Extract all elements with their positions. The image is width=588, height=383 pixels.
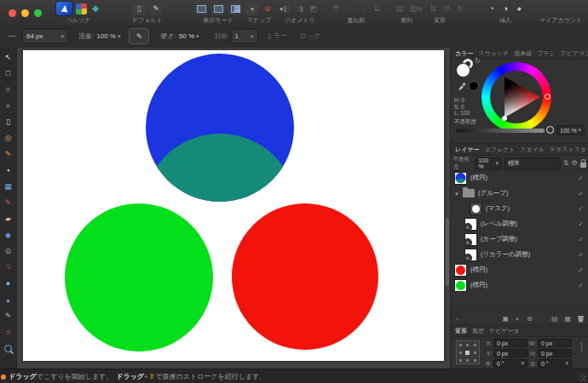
brush-size-dropdown[interactable]: 64 px xyxy=(22,29,68,43)
snapping-options-icon[interactable]: ▾ xyxy=(245,3,259,15)
layer-row-mask[interactable]: (マスク) xyxy=(451,201,588,216)
snapping-grid-icon[interactable]: ▦ xyxy=(232,3,242,14)
tab-history[interactable]: 履歴 xyxy=(472,327,484,335)
visibility-checkbox[interactable] xyxy=(578,251,584,259)
brush-settings-button[interactable]: ✎ xyxy=(129,28,149,44)
move-to-back-icon[interactable]: ⇊ xyxy=(372,3,382,14)
tab-layers[interactable]: レイヤー xyxy=(455,146,480,154)
green-ellipse[interactable] xyxy=(65,203,213,352)
lightness-selector[interactable] xyxy=(502,116,507,121)
geometry-add-icon[interactable]: ◧ xyxy=(281,3,291,14)
red-ellipse[interactable] xyxy=(232,203,378,350)
paint-brush-tool[interactable]: ✎ xyxy=(2,148,15,161)
rotate-cw-icon[interactable]: ↻ xyxy=(455,3,465,14)
layer-row[interactable]: (楕円) xyxy=(451,170,588,186)
layer-row-adjustment[interactable]: ◐ (リカラーの調整) xyxy=(451,247,588,262)
zoom-window-button[interactable] xyxy=(34,9,42,17)
flip-vertical-icon[interactable]: ⇅ xyxy=(428,3,438,14)
mirror-toggle[interactable]: ミラー xyxy=(267,31,287,41)
move-to-front-icon[interactable]: ⇈ xyxy=(331,3,341,14)
opacity-slider-knob[interactable] xyxy=(546,126,554,134)
layer-row-adjustment[interactable]: ◐ (レベル調整) xyxy=(451,216,588,232)
opacity-value-dropdown[interactable]: 100 % xyxy=(556,125,585,135)
gear-icon[interactable]: ⚙ xyxy=(571,159,577,167)
visibility-checkbox[interactable] xyxy=(578,266,584,274)
mesh-warp-tool[interactable]: ▦ xyxy=(2,180,15,193)
lock-icon[interactable] xyxy=(580,163,586,168)
rotation-field[interactable]: 0 ° xyxy=(493,359,527,368)
canvas-area[interactable] xyxy=(17,48,450,369)
delete-layer-button[interactable] xyxy=(578,316,584,323)
insert-inside-icon[interactable]: ◕ xyxy=(514,3,524,14)
hardness-caret-icon[interactable] xyxy=(196,32,199,40)
tab-color[interactable]: カラー xyxy=(455,49,473,58)
blur-tool[interactable]: ● xyxy=(2,277,15,290)
edit-all-layers-icon[interactable]: ▫ xyxy=(456,316,458,322)
geometry-intersect-icon[interactable]: ◩ xyxy=(308,3,319,14)
pixel-tool[interactable]: ▪ xyxy=(2,164,15,177)
visibility-checkbox[interactable] xyxy=(578,174,584,182)
view-tool[interactable]: ☝ xyxy=(2,326,15,339)
snapping-magnet-icon[interactable]: ∪ xyxy=(262,3,273,14)
symmetry-dropdown[interactable]: 1 xyxy=(231,29,258,43)
document-page[interactable] xyxy=(23,50,444,361)
reset-defaults-icon[interactable]: ▯ xyxy=(132,3,146,15)
liquify-persona-icon[interactable] xyxy=(76,3,87,14)
lock-toggle[interactable]: ロック xyxy=(300,31,321,41)
edit-defaults-icon[interactable]: ✎ xyxy=(149,3,163,15)
visibility-checkbox[interactable] xyxy=(578,190,584,197)
clone-brush-tool[interactable]: ⊙ xyxy=(2,245,15,258)
vertical-scrollbar[interactable] xyxy=(446,218,449,286)
close-button[interactable] xyxy=(9,9,16,17)
rectangular-marquee-tool[interactable]: □ xyxy=(2,67,15,80)
new-pixel-layer-button[interactable]: ▦ xyxy=(564,315,571,323)
row-marquee-tool[interactable]: = xyxy=(2,100,15,112)
move-forward-icon[interactable]: ↑ xyxy=(344,3,355,14)
mask-layer-button[interactable]: ▣ xyxy=(502,315,509,323)
photo-persona-icon[interactable] xyxy=(56,2,72,15)
tab-transform[interactable]: 変形 xyxy=(455,327,467,335)
flood-fill-tool[interactable]: ◆ xyxy=(2,229,15,242)
shear-field[interactable]: 0 ° xyxy=(538,359,572,368)
visibility-checkbox[interactable] xyxy=(578,282,584,289)
new-layer-button[interactable]: ▤ xyxy=(551,315,558,323)
tab-effects[interactable]: エフェクト xyxy=(485,146,516,154)
erase-brush-tool[interactable]: ▰ xyxy=(2,213,15,226)
column-marquee-tool[interactable]: ▯ xyxy=(2,116,15,129)
h-field[interactable]: 0 px xyxy=(538,349,572,357)
insert-behind-icon[interactable]: ◔ xyxy=(487,3,497,14)
move-backward-icon[interactable]: ↓ xyxy=(358,3,368,14)
elliptical-marquee-tool[interactable]: ○ xyxy=(2,83,15,96)
tab-stroke[interactable]: 境界線 xyxy=(514,49,532,58)
tab-appearance[interactable]: アピアランス xyxy=(561,49,588,58)
eyedropper-icon[interactable] xyxy=(458,82,466,91)
geometry-subtract-icon[interactable]: ◨ xyxy=(295,3,305,14)
vector-view-icon[interactable] xyxy=(194,3,208,15)
opacity-slider[interactable] xyxy=(456,129,545,133)
fill-swatch[interactable] xyxy=(456,63,470,77)
zoom-tool[interactable] xyxy=(2,342,15,355)
flow-value[interactable]: 100 % xyxy=(96,32,116,40)
anchor-point-selector[interactable] xyxy=(456,340,480,364)
sharpen-tool[interactable]: ▲ xyxy=(2,294,15,306)
swap-colors-icon[interactable]: ↻ xyxy=(475,57,481,65)
flow-caret-icon[interactable] xyxy=(118,32,121,40)
move-tool[interactable]: ↖ xyxy=(2,51,15,64)
visibility-checkbox[interactable] xyxy=(578,205,584,213)
hsl-triangle[interactable] xyxy=(490,71,543,123)
pixel-view-icon[interactable] xyxy=(211,3,225,15)
aspect-link-icon[interactable]: ] xyxy=(580,342,583,352)
tab-text-styles[interactable]: テキストスタイル xyxy=(550,146,588,154)
colour-replacement-brush-tool[interactable]: ✎ xyxy=(2,197,15,209)
dodge-brush-tool[interactable]: ✎ xyxy=(2,310,15,323)
hue-selector[interactable] xyxy=(545,94,551,100)
layer-row[interactable]: (楕円) xyxy=(451,262,588,277)
minimize-button[interactable] xyxy=(21,9,29,17)
layer-row[interactable]: (楕円) xyxy=(451,277,588,293)
selection-brush-tool[interactable]: ◎ xyxy=(2,132,15,145)
picked-color-swatch[interactable] xyxy=(469,81,479,91)
insert-on-top-icon[interactable]: ◑ xyxy=(500,3,510,14)
visibility-checkbox[interactable] xyxy=(578,236,584,243)
align-icon[interactable]: ▤ xyxy=(395,3,405,14)
y-field[interactable]: 0 px xyxy=(493,349,527,357)
